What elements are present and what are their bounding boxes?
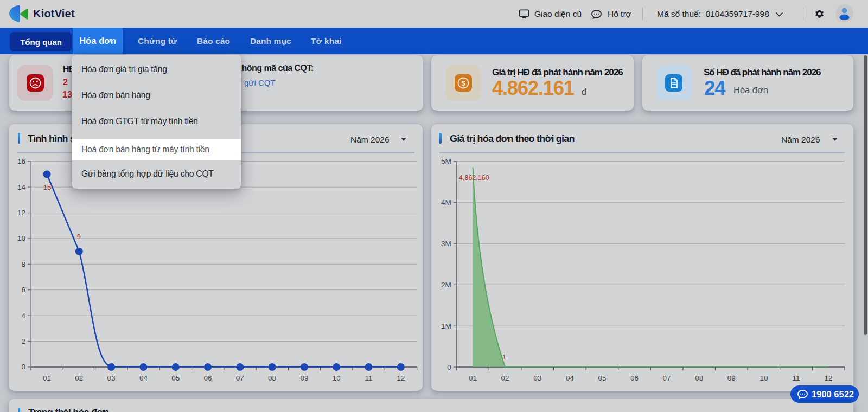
svg-text:02: 02 — [75, 374, 83, 382]
svg-text:10: 10 — [760, 374, 768, 382]
svg-text:06: 06 — [203, 374, 212, 382]
svg-text:6: 6 — [21, 286, 25, 294]
svg-text:4M: 4M — [441, 198, 451, 207]
svg-text:0: 0 — [447, 363, 451, 371]
svg-text:10: 10 — [17, 234, 25, 242]
svg-text:12: 12 — [825, 374, 833, 382]
svg-text:4,862,160: 4,862,160 — [459, 174, 489, 182]
svg-text:04: 04 — [566, 374, 575, 382]
svg-text:09: 09 — [300, 374, 308, 382]
svg-text:01: 01 — [43, 374, 51, 382]
svg-text:5M: 5M — [441, 157, 451, 165]
svg-text:9: 9 — [77, 233, 81, 241]
svg-text:07: 07 — [236, 374, 244, 382]
svg-text:3M: 3M — [441, 240, 451, 248]
svg-text:8: 8 — [21, 260, 25, 268]
svg-text:4: 4 — [21, 312, 25, 320]
svg-text:0: 0 — [21, 363, 25, 371]
svg-text:08: 08 — [268, 374, 276, 382]
svg-text:12: 12 — [17, 209, 25, 217]
svg-text:2: 2 — [21, 337, 25, 345]
svg-text:05: 05 — [598, 374, 606, 382]
svg-text:1: 1 — [502, 353, 506, 361]
svg-text:11: 11 — [792, 374, 800, 382]
svg-text:14: 14 — [17, 183, 26, 191]
svg-text:05: 05 — [171, 374, 180, 382]
svg-text:12: 12 — [397, 374, 405, 382]
svg-text:1M: 1M — [441, 322, 451, 330]
svg-text:03: 03 — [107, 374, 116, 382]
svg-text:16: 16 — [17, 157, 25, 165]
svg-text:$: $ — [461, 79, 465, 87]
svg-text:03: 03 — [533, 374, 541, 382]
svg-text:15: 15 — [43, 183, 51, 191]
svg-text:10: 10 — [333, 374, 341, 382]
svg-text:08: 08 — [695, 374, 703, 382]
svg-text:02: 02 — [501, 374, 509, 382]
svg-text:04: 04 — [139, 374, 148, 382]
svg-text:11: 11 — [365, 374, 372, 382]
svg-text:2M: 2M — [441, 281, 451, 289]
svg-text:09: 09 — [727, 374, 736, 382]
svg-text:07: 07 — [663, 374, 671, 382]
svg-text:01: 01 — [469, 374, 477, 382]
svg-text:06: 06 — [630, 374, 639, 382]
